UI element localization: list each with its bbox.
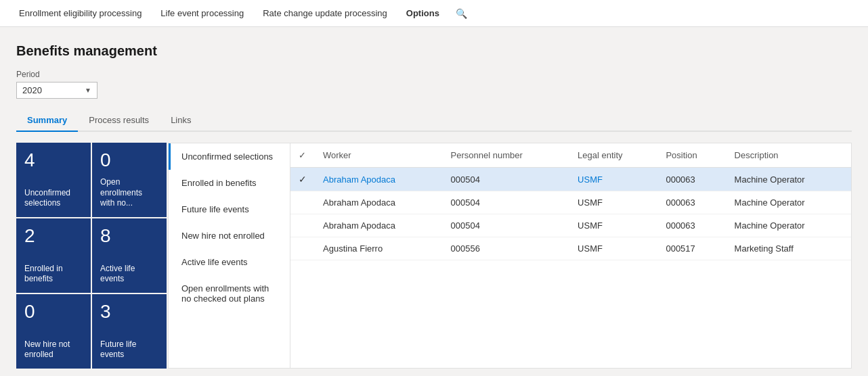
cell-worker: Agustina Fierro — [315, 237, 443, 260]
card-future-life-events[interactable]: 3 Future life events — [92, 294, 167, 369]
col-header-position: Position — [657, 143, 726, 168]
card-label-open: Open enrollments with no... — [100, 177, 158, 209]
tab-process-results[interactable]: Process results — [78, 110, 160, 132]
col-header-check: ✓ — [290, 143, 315, 168]
card-number-unconfirmed: 4 — [24, 151, 83, 170]
cell-personnel-number: 000556 — [443, 237, 570, 260]
period-value: 2020 — [22, 85, 42, 95]
cell-worker: Abraham Apodaca — [315, 191, 443, 214]
table-row[interactable]: Abraham Apodaca000504USMF000063Machine O… — [290, 214, 851, 237]
cell-check — [290, 237, 315, 260]
cell-worker[interactable]: Abraham Apodaca — [315, 168, 443, 191]
cell-description: Machine Operator — [726, 168, 851, 191]
col-header-description: Description — [726, 143, 851, 168]
nav-item-enrollment-eligibility[interactable]: Enrollment eligibility processing — [11, 0, 150, 27]
card-active-life-events[interactable]: 8 Active life events — [92, 218, 167, 293]
tab-summary[interactable]: Summary — [16, 110, 78, 132]
cell-personnel-number: 000504 — [443, 214, 570, 237]
card-label-unconfirmed: Unconfirmed selections — [24, 188, 83, 209]
nav-item-rate-change[interactable]: Rate change update processing — [255, 0, 395, 27]
cell-legal-entity: USMF — [569, 237, 657, 260]
period-select[interactable]: 2020 ▼ — [16, 82, 97, 99]
table-header-row: ✓ Worker Personnel number Legal entity P… — [290, 143, 851, 168]
cell-legal-entity: USMF — [569, 214, 657, 237]
tab-links[interactable]: Links — [160, 110, 202, 132]
card-new-hire[interactable]: 0 New hire not enrolled — [16, 294, 91, 369]
cell-check: ✓ — [290, 168, 315, 191]
cell-position: 000063 — [657, 214, 726, 237]
cell-description: Machine Operator — [726, 214, 851, 237]
cell-position: 000517 — [657, 237, 726, 260]
side-list-item-future-life-events[interactable]: Future life events — [169, 196, 290, 222]
card-open-enrollments[interactable]: 0 Open enrollments with no... — [92, 143, 167, 217]
search-icon[interactable]: 🔍 — [456, 8, 467, 19]
card-enrolled-in-benefits[interactable]: 2 Enrolled in benefits — [16, 218, 91, 293]
table-row[interactable]: ✓Abraham Apodaca000504USMF000063Machine … — [290, 168, 851, 191]
cell-position: 000063 — [657, 168, 726, 191]
cards-row-top: 4 Unconfirmed selections 0 Open enrollme… — [16, 143, 167, 217]
card-label-enrolled: Enrolled in benefits — [24, 264, 83, 285]
side-list-item-open-enrollments[interactable]: Open enrollments with no checked out pla… — [169, 275, 290, 312]
cell-personnel-number: 000504 — [443, 168, 570, 191]
cell-personnel-number: 000504 — [443, 191, 570, 214]
page-title: Benefits management — [16, 43, 852, 59]
cards-row-mid: 2 Enrolled in benefits 8 Active life eve… — [16, 218, 167, 293]
cell-check — [290, 214, 315, 237]
card-number-new-hire: 0 — [24, 302, 83, 321]
summary-area: 4 Unconfirmed selections 0 Open enrollme… — [16, 143, 852, 369]
card-number-active: 8 — [100, 227, 158, 245]
side-list-item-enrolled-in-benefits[interactable]: Enrolled in benefits — [169, 170, 290, 196]
cards-column: 4 Unconfirmed selections 0 Open enrollme… — [16, 143, 167, 369]
card-number-open: 0 — [100, 151, 158, 170]
cell-legal-entity: USMF — [569, 191, 657, 214]
card-label-new-hire: New hire not enrolled — [24, 339, 83, 360]
chevron-down-icon: ▼ — [85, 87, 91, 94]
col-header-personnel-number: Personnel number — [443, 143, 570, 168]
card-number-enrolled: 2 — [24, 227, 83, 245]
table-area: ✓ Worker Personnel number Legal entity P… — [290, 143, 851, 368]
col-header-legal-entity: Legal entity — [569, 143, 657, 168]
table-row[interactable]: Abraham Apodaca000504USMF000063Machine O… — [290, 191, 851, 214]
period-label: Period — [16, 70, 852, 79]
cell-description: Machine Operator — [726, 191, 851, 214]
right-panel: Unconfirmed selections Enrolled in benef… — [168, 143, 852, 369]
cell-position: 000063 — [657, 191, 726, 214]
col-header-worker: Worker — [315, 143, 443, 168]
side-list: Unconfirmed selections Enrolled in benef… — [169, 143, 290, 368]
side-list-item-unconfirmed-selections[interactable]: Unconfirmed selections — [169, 143, 290, 170]
cell-check — [290, 191, 315, 214]
nav-item-life-event[interactable]: Life event processing — [152, 0, 252, 27]
card-unconfirmed-selections[interactable]: 4 Unconfirmed selections — [16, 143, 91, 217]
card-label-active: Active life events — [100, 264, 158, 285]
cell-legal-entity[interactable]: USMF — [569, 168, 657, 191]
side-list-item-active-life-events[interactable]: Active life events — [169, 249, 290, 275]
cards-row-bot: 0 New hire not enrolled 3 Future life ev… — [16, 294, 167, 369]
cell-description: Marketing Staff — [726, 237, 851, 260]
table-row[interactable]: Agustina Fierro000556USMF000517Marketing… — [290, 237, 851, 260]
top-navigation: Enrollment eligibility processing Life e… — [0, 0, 868, 27]
data-table: ✓ Worker Personnel number Legal entity P… — [290, 143, 851, 260]
tab-bar: Summary Process results Links — [16, 110, 852, 132]
cell-worker: Abraham Apodaca — [315, 214, 443, 237]
side-list-item-new-hire[interactable]: New hire not enrolled — [169, 222, 290, 249]
main-content: Benefits management Period 2020 ▼ Summar… — [0, 27, 868, 376]
card-number-future: 3 — [100, 302, 158, 321]
nav-item-options[interactable]: Options — [398, 0, 448, 27]
card-label-future: Future life events — [100, 339, 158, 360]
